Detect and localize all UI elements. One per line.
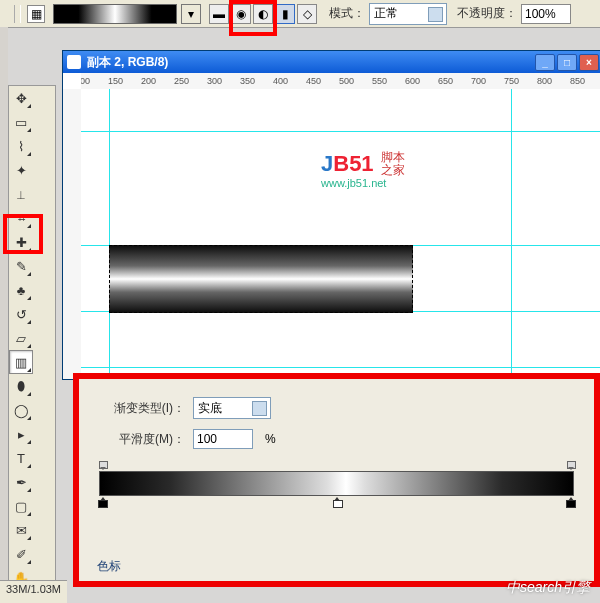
color-stop[interactable] (97, 497, 108, 507)
opacity-label: 不透明度： (457, 5, 517, 22)
eyedropper-tool-icon[interactable]: ✐ (9, 542, 33, 566)
ruler-tick: 250 (174, 76, 189, 86)
type-tool-icon[interactable]: T (9, 446, 33, 470)
lasso-tool-icon[interactable]: ⌇ (9, 134, 33, 158)
document-title: 副本 2, RGB/8) (87, 54, 168, 71)
ruler-tick: 550 (372, 76, 387, 86)
color-stop[interactable] (565, 497, 576, 507)
opacity-stop[interactable] (97, 461, 108, 470)
gradient-picker-caret[interactable]: ▾ (181, 4, 201, 24)
gradient-reflected-icon[interactable]: ▮ (275, 4, 295, 24)
close-button[interactable]: × (579, 54, 599, 71)
canvas[interactable]: JB51 脚本 之家 www.jb51.net (81, 89, 600, 379)
ruler-tick: 400 (273, 76, 288, 86)
ruler-tick: 600 (405, 76, 420, 86)
maximize-button[interactable]: □ (557, 54, 577, 71)
toolbox: ✥ ▭ ⌇ ✦ ⟂ ⌗ ✚ ✎ ♣ ↺ ▱ ▥ ⬮ ◯ ▸ T ✒ ▢ ✉ ✐ … (8, 85, 56, 603)
brush-tool-icon[interactable]: ✎ (9, 254, 33, 278)
guide-horizontal[interactable] (81, 367, 600, 368)
mode-label: 模式： (329, 5, 365, 22)
smoothness-value: 100 (197, 432, 217, 446)
opacity-input[interactable]: 100% (521, 4, 571, 24)
mode-value: 正常 (374, 5, 398, 22)
options-bar: ▦ ▾ ▬ ◉ ◐ ▮ ◇ 模式： 正常 不透明度： 100% (0, 0, 600, 28)
mode-dropdown[interactable]: 正常 (369, 3, 447, 25)
guide-vertical[interactable] (109, 89, 110, 379)
ruler-vertical (63, 89, 82, 379)
eraser-tool-icon[interactable]: ▱ (9, 326, 33, 350)
ruler-tick: 750 (504, 76, 519, 86)
gradient-preview[interactable] (53, 4, 177, 24)
footer-watermark: 中search引擎 (506, 579, 590, 597)
ruler-tick: 700 (471, 76, 486, 86)
grip-icon (14, 5, 21, 23)
notes-tool-icon[interactable]: ✉ (9, 518, 33, 542)
guide-horizontal[interactable] (81, 131, 600, 132)
gradient-tool-icon[interactable]: ▥ (9, 350, 33, 374)
crop-tool-icon[interactable]: ⟂ (9, 182, 33, 206)
ruler-tick: 500 (339, 76, 354, 86)
gradient-type-label: 渐变类型(I)： (93, 400, 185, 417)
path-select-tool-icon[interactable]: ▸ (9, 422, 33, 446)
ruler-tick: 300 (207, 76, 222, 86)
pen-tool-icon[interactable]: ✒ (9, 470, 33, 494)
guide-vertical[interactable] (511, 89, 512, 379)
gradient-selection[interactable] (109, 245, 413, 313)
history-brush-tool-icon[interactable]: ↺ (9, 302, 33, 326)
ruler-tick: 800 (537, 76, 552, 86)
color-stop[interactable] (332, 497, 343, 507)
ruler-tick: 650 (438, 76, 453, 86)
ruler-tick: 850 (570, 76, 585, 86)
gradient-type-dropdown[interactable]: 实底 (193, 397, 271, 419)
smoothness-label: 平滑度(M)： (93, 431, 185, 448)
shape-tool-icon[interactable]: ▢ (9, 494, 33, 518)
heal-tool-icon[interactable]: ✚ (9, 230, 33, 254)
gradient-angle-icon[interactable]: ◐ (253, 4, 273, 24)
gradient-diamond-icon[interactable]: ◇ (297, 4, 317, 24)
blur-tool-icon[interactable]: ⬮ (9, 374, 33, 398)
gradient-linear-icon[interactable]: ▬ (209, 4, 229, 24)
document-window: 副本 2, RGB/8) _ □ × 100150200250300350400… (62, 50, 600, 380)
app-left-strip (0, 27, 8, 603)
gradient-type-group: ▬ ◉ ◐ ▮ ◇ (209, 4, 317, 24)
wand-tool-icon[interactable]: ✦ (9, 158, 33, 182)
marquee-tool-icon[interactable]: ▭ (9, 110, 33, 134)
status-bar: 33M/1.03M (0, 580, 67, 603)
gradient-type-value: 实底 (198, 400, 222, 417)
minimize-button[interactable]: _ (535, 54, 555, 71)
ruler-horizontal: 1001502002503003504004505005506006507007… (81, 73, 600, 90)
ruler-tick: 100 (81, 76, 90, 86)
smoothness-unit: % (265, 432, 276, 446)
move-tool-icon[interactable]: ✥ (9, 86, 33, 110)
ruler-tick: 200 (141, 76, 156, 86)
smoothness-input[interactable]: 100 (193, 429, 253, 449)
document-icon (67, 55, 81, 69)
opacity-stop[interactable] (565, 461, 576, 470)
ruler-tick: 150 (108, 76, 123, 86)
ruler-tick: 350 (240, 76, 255, 86)
watermark: JB51 脚本 之家 www.jb51.net (321, 151, 405, 189)
gradient-bar[interactable] (99, 471, 574, 496)
stamp-tool-icon[interactable]: ♣ (9, 278, 33, 302)
dodge-tool-icon[interactable]: ◯ (9, 398, 33, 422)
slice-tool-icon[interactable]: ⌗ (9, 206, 33, 230)
status-text: 33M/1.03M (6, 583, 61, 595)
opacity-value: 100% (525, 7, 556, 21)
gradient-editor-panel: 渐变类型(I)： 实底 平滑度(M)： 100 % 色标 (78, 378, 595, 582)
stops-label: 色标 (97, 558, 121, 575)
title-bar: 副本 2, RGB/8) _ □ × (63, 51, 600, 73)
ruler-tick: 450 (306, 76, 321, 86)
watermark-sub: 脚本 之家 (381, 151, 405, 177)
gradient-radial-icon[interactable]: ◉ (231, 4, 251, 24)
tool-preset-icon[interactable]: ▦ (27, 5, 45, 23)
watermark-url: www.jb51.net (321, 177, 386, 189)
